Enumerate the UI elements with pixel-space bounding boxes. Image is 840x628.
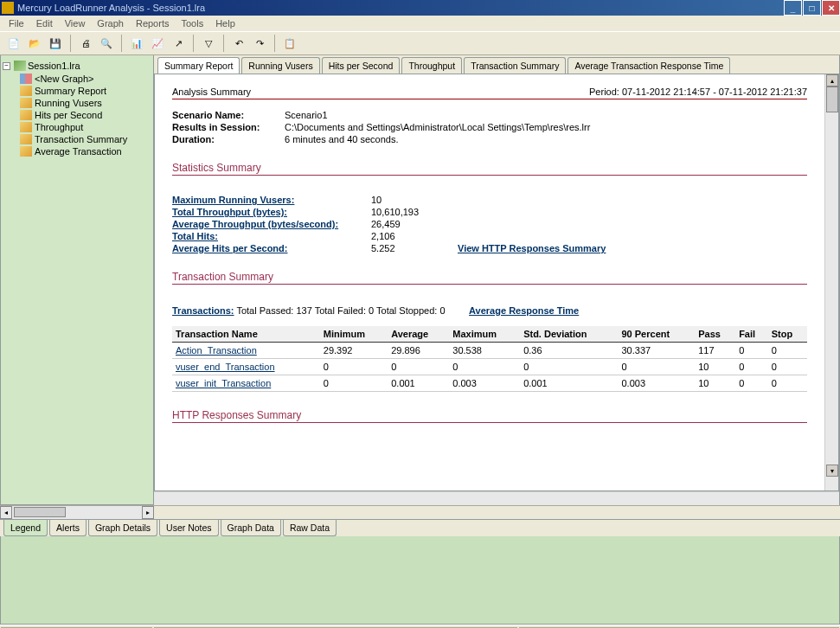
duration-value: 6 minutes and 40 seconds. — [285, 134, 398, 144]
maximize-button[interactable]: □ — [803, 0, 821, 16]
tree-scroll-right-icon[interactable]: ▸ — [142, 506, 154, 519]
trans-summary-line: Transactions: Total Passed: 137 Total Fa… — [172, 305, 807, 316]
trans-link[interactable]: vuser_end_Transaction — [172, 359, 320, 375]
report-icon[interactable]: 📋 — [281, 35, 298, 52]
menu-help[interactable]: Help — [210, 16, 240, 30]
scroll-down-icon[interactable]: ▾ — [826, 465, 838, 477]
add-graph-icon[interactable]: 📊 — [128, 35, 145, 52]
tab-running-vusers[interactable]: Running Vusers — [241, 57, 319, 74]
page-title: Analysis Summary Period: 07-11-2012 21:1… — [172, 87, 807, 99]
trans-link[interactable]: Action_Transaction — [172, 343, 320, 359]
btab-graph-details[interactable]: Graph Details — [88, 520, 157, 536]
undo-icon[interactable]: ↶ — [230, 35, 247, 52]
tree-root[interactable]: − Session1.lra — [3, 59, 151, 73]
results-label: Results in Session: — [172, 122, 285, 132]
stat-avg-throughput-value: 26,459 — [371, 219, 458, 229]
vertical-scrollbar[interactable]: ▴ ▾ — [824, 74, 838, 490]
tab-throughput[interactable]: Throughput — [401, 57, 462, 74]
session-icon — [14, 61, 26, 71]
stat-max-vusers-value: 10 — [371, 195, 458, 205]
col-min: Minimum — [320, 326, 388, 343]
tree-pane: − Session1.lra <New Graph> Summary Repor… — [0, 55, 154, 505]
stat-total-throughput-label[interactable]: Total Throughput (bytes): — [172, 207, 371, 217]
tree-item-hits-per-second[interactable]: Hits per Second — [3, 109, 151, 121]
btab-graph-data[interactable]: Graph Data — [221, 520, 281, 536]
menu-tools[interactable]: Tools — [176, 16, 208, 30]
btab-alerts[interactable]: Alerts — [49, 520, 87, 536]
table-row: vuser_end_Transaction000001000 — [172, 359, 807, 375]
menu-edit[interactable]: Edit — [31, 16, 58, 30]
tab-hits-per-second[interactable]: Hits per Second — [322, 57, 401, 74]
app-icon — [2, 2, 14, 14]
horizontal-scrollbar[interactable] — [154, 491, 839, 505]
transactions-link[interactable]: Transactions: — [172, 305, 234, 316]
cross-results-icon[interactable]: 📈 — [149, 35, 166, 52]
menu-view[interactable]: View — [60, 16, 91, 30]
stat-max-vusers-label[interactable]: Maximum Running Vusers: — [172, 195, 371, 205]
export-icon[interactable]: ↗ — [170, 35, 187, 52]
report-icon — [20, 122, 32, 132]
report-icon — [20, 110, 32, 120]
col-max: Maximum — [449, 326, 520, 343]
tree-item-transaction-summary[interactable]: Transaction Summary — [3, 133, 151, 145]
scenario-label: Scenario Name: — [172, 110, 285, 120]
collapse-icon[interactable]: − — [3, 62, 10, 70]
avg-response-link[interactable]: Average Response Time — [469, 305, 579, 316]
col-avg: Average — [388, 326, 449, 343]
tree-item-throughput[interactable]: Throughput — [3, 121, 151, 133]
tree-item-avg-transaction[interactable]: Average Transaction — [3, 145, 151, 157]
tree-scroll-left-icon[interactable]: ◂ — [0, 506, 12, 519]
toolbar: 📄 📂 💾 🖨 🔍 📊 📈 ↗ ▽ ↶ ↷ 📋 — [0, 31, 840, 55]
btab-raw-data[interactable]: Raw Data — [283, 520, 337, 536]
view-http-link[interactable]: View HTTP Responses Summary — [458, 243, 606, 253]
menu-reports[interactable]: Reports — [131, 16, 175, 30]
btab-legend[interactable]: Legend — [3, 520, 48, 536]
menubar: File Edit View Graph Reports Tools Help — [0, 16, 840, 31]
print-icon[interactable]: 🖨 — [77, 35, 94, 52]
legend-pane — [0, 536, 840, 625]
minimize-button[interactable]: _ — [784, 0, 802, 16]
window-title: Mercury LoadRunner Analysis - Session1.l… — [17, 3, 783, 13]
report-icon — [20, 98, 32, 108]
tab-avg-response-time[interactable]: Average Transaction Response Time — [567, 57, 730, 74]
print-preview-icon[interactable]: 🔍 — [98, 35, 115, 52]
redo-icon[interactable]: ↷ — [251, 35, 268, 52]
table-row: vuser_init_Transaction00.0010.0030.0010.… — [172, 375, 807, 392]
tree-scroll-thumb[interactable] — [14, 507, 66, 517]
tree-item-summary[interactable]: Summary Report — [3, 85, 151, 97]
transaction-table: Transaction Name Minimum Average Maximum… — [172, 326, 807, 392]
titlebar: Mercury LoadRunner Analysis - Session1.l… — [0, 0, 840, 16]
col-stop: Stop — [768, 326, 807, 343]
save-icon[interactable]: 💾 — [47, 35, 64, 52]
tab-summary-report[interactable]: Summary Report — [157, 57, 240, 74]
tree-root-label: Session1.lra — [28, 61, 80, 71]
stat-total-hits-value: 2,106 — [371, 231, 458, 241]
scroll-up-icon[interactable]: ▴ — [826, 74, 838, 87]
stat-avg-hits-label[interactable]: Average Hits per Second: — [172, 243, 371, 253]
stats-heading: Statistics Summary — [172, 162, 807, 176]
statusbar — [0, 625, 840, 628]
open-icon[interactable]: 📂 — [26, 35, 43, 52]
trans-heading: Transaction Summary — [172, 271, 807, 285]
trans-link[interactable]: vuser_init_Transaction — [172, 375, 320, 392]
tree-item-running-vusers[interactable]: Running Vusers — [3, 97, 151, 109]
close-button[interactable]: ✕ — [822, 0, 840, 16]
stat-avg-hits-value: 5.252 — [371, 243, 458, 253]
scroll-thumb[interactable] — [826, 87, 838, 112]
bottom-tabs: Legend Alerts Graph Details User Notes G… — [0, 519, 840, 536]
btab-user-notes[interactable]: User Notes — [159, 520, 219, 536]
report-icon — [20, 134, 32, 144]
tree-item-new-graph[interactable]: <New Graph> — [3, 73, 151, 85]
tab-transaction-summary[interactable]: Transaction Summary — [464, 57, 566, 74]
menu-graph[interactable]: Graph — [92, 16, 129, 30]
menu-file[interactable]: File — [3, 16, 29, 30]
report-tabs: Summary Report Running Vusers Hits per S… — [154, 55, 839, 74]
col-name: Transaction Name — [172, 326, 320, 343]
stat-avg-throughput-label[interactable]: Average Throughput (bytes/second): — [172, 219, 371, 229]
report-icon — [20, 86, 32, 96]
report-content: Analysis Summary Period: 07-11-2012 21:1… — [155, 74, 824, 490]
new-icon[interactable]: 📄 — [5, 35, 22, 52]
stat-total-hits-label[interactable]: Total Hits: — [172, 231, 371, 241]
filter-icon[interactable]: ▽ — [200, 35, 217, 52]
stat-total-throughput-value: 10,610,193 — [371, 207, 458, 217]
